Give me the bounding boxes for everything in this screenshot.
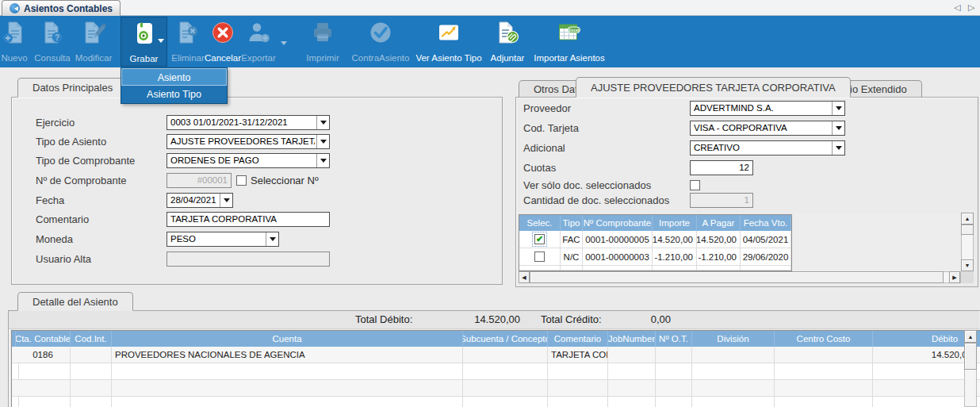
docs-cell-fecha-vto[interactable]: 04/05/2021 <box>741 231 791 248</box>
docs-header-tipo[interactable]: Tipo <box>561 215 583 231</box>
detalle-cell-subcuenta[interactable] <box>463 347 548 363</box>
totals-bar: Total Débito: 14.520,00 Total Crédito: 0… <box>9 311 979 329</box>
toolbar-button-label: Adjuntar <box>491 53 525 63</box>
cod-tarjeta-combobox[interactable]: VISA - CORPORATIVA <box>690 121 845 136</box>
row-checkbox-checked[interactable]: ✔ <box>534 234 545 244</box>
detalle-vscrollbar-thumb[interactable] <box>964 343 977 370</box>
detalle-header-cod-int[interactable]: Cod.Int. <box>71 331 112 347</box>
docs-header-fecha-vto[interactable]: Fecha Vto. <box>741 215 791 231</box>
tab-label: Datos Principales <box>33 82 113 94</box>
docs-cell-tipo[interactable]: N/C <box>561 248 583 266</box>
detalle-scroll-up-button[interactable]: ▲ <box>964 330 977 343</box>
detalle-cell-jobnumber[interactable] <box>608 347 656 363</box>
tab-asientos-contables[interactable]: Asientos Contables <box>2 0 121 16</box>
detalle-cell-cuenta[interactable]: PROVEEDORES NACIONALES DE AGENCIA <box>112 347 463 363</box>
chevron-down-icon[interactable] <box>220 194 232 207</box>
chevron-down-icon[interactable] <box>316 154 329 167</box>
field-label-usuario-alta: Usuario Alta <box>36 253 91 265</box>
nro-comprobante-input[interactable]: #00001 <box>167 173 232 188</box>
toolbar-button-cancelar[interactable]: Cancelar <box>205 18 241 65</box>
detalle-cell-division[interactable] <box>692 347 775 363</box>
toolbar-button-ver-asiento-tipo[interactable]: Ver Asiento Tipo <box>413 18 484 65</box>
toolbar-button-modificar[interactable]: Modificar <box>73 18 114 65</box>
toolbar-button-exportar[interactable]: Exportar <box>239 18 278 65</box>
chevron-down-icon[interactable] <box>281 41 287 48</box>
tab-label: Detalle del Asiento <box>33 296 118 308</box>
docs-cell-fecha-vto[interactable]: 29/06/2020 <box>741 248 791 266</box>
docs-header-selec[interactable]: Selec. <box>519 215 561 231</box>
tab-scroll-next-icon[interactable]: ▷ <box>968 2 974 13</box>
detalle-header-centro-costo[interactable]: Centro Costo <box>775 331 873 347</box>
detalle-cell-cod-int[interactable] <box>71 347 112 363</box>
cantidad-doc-input[interactable]: 1 <box>690 193 753 208</box>
docs-cell-a-pagar[interactable]: 14.520,00 <box>697 231 741 248</box>
menu-item-asiento-tipo[interactable]: Asiento Tipo <box>121 86 227 103</box>
adicional-combobox[interactable]: CREATIVO <box>690 140 845 156</box>
detalle-cell-ot[interactable] <box>656 347 692 363</box>
proveedor-combobox[interactable]: ADVERTMIND S.A. <box>690 101 845 116</box>
toolbar-button-contraasiento[interactable]: ContraAsiento <box>346 18 415 65</box>
docs-cell-importe[interactable]: -1.210,00 <box>653 248 697 266</box>
usuario-alta-input[interactable] <box>167 251 330 267</box>
detalle-cell-comentario[interactable]: TARJETA CORPORATIVA <box>548 347 608 363</box>
docs-header-comprobante[interactable]: Nº Comprobante <box>583 215 653 231</box>
fecha-datepicker[interactable]: 28/04/2021 <box>167 193 233 208</box>
toolbar-button-grabar[interactable]: Grabar <box>121 17 167 67</box>
moneda-combobox[interactable]: PESO <box>167 232 279 247</box>
tab-detalle-del-asiento[interactable]: Detalle del Asiento <box>17 292 133 311</box>
docs-cell-comprobante[interactable]: 0001-00000005 <box>583 231 653 248</box>
tab-ajuste-proveedores[interactable]: AJUSTE PROVEEDORES TARJETA CORPORATIVA <box>576 77 851 98</box>
chevron-down-icon[interactable] <box>316 135 329 148</box>
tipo-comprobante-combobox[interactable]: ORDENES DE PAGO <box>167 153 330 168</box>
toolbar-button-nuevo[interactable]: Nuevo <box>0 18 35 65</box>
docs-scroll-up-button[interactable]: ▲ <box>961 213 974 225</box>
document-question-icon: ? <box>40 21 64 44</box>
menu-item-asiento[interactable]: Asiento <box>121 68 227 86</box>
chevron-down-icon[interactable] <box>832 121 844 135</box>
docs-cell-comprobante[interactable]: 0001-00000003 <box>583 248 653 266</box>
docs-header-importe[interactable]: Importe <box>653 215 697 231</box>
tab-scroll-prev-icon[interactable]: ◁ <box>954 2 960 13</box>
seleccionar-nro-checkbox[interactable] <box>236 175 247 186</box>
field-label-cantidad-doc: Cantidad de doc. seleccionados <box>523 194 669 206</box>
detalle-cell-cta[interactable]: 0186 <box>16 347 71 363</box>
toolbar-button-adjuntar[interactable]: Adjuntar <box>486 18 529 65</box>
chevron-down-icon[interactable] <box>158 39 164 46</box>
chevron-down-icon[interactable] <box>266 232 278 246</box>
chevron-down-icon[interactable] <box>316 116 329 129</box>
detalle-header-cuenta[interactable]: Cuenta <box>112 331 463 347</box>
ver-solo-doc-checkbox[interactable] <box>690 180 700 190</box>
toolbar-button-imprimir[interactable]: Imprimir <box>303 18 343 65</box>
toolbar-button-importar-asientos[interactable]: Excel Importar Asientos <box>530 18 608 65</box>
comentario-input[interactable]: TARJETA CORPORATIVA <box>167 212 330 227</box>
detalle-header-subcuenta[interactable]: Subcuenta / Concepto <box>463 331 548 347</box>
docs-scroll-down-button[interactable]: ▼ <box>961 259 974 271</box>
svg-text:Excel: Excel <box>568 28 580 33</box>
detalle-header-ot[interactable]: Nº O.T. <box>656 331 692 347</box>
docs-cell-tipo[interactable]: FAC <box>561 231 583 248</box>
chevron-down-icon[interactable] <box>832 141 844 155</box>
cuotas-input[interactable]: 12 <box>690 160 753 175</box>
toolbar-button-eliminar[interactable]: Eliminar <box>168 18 208 65</box>
chevron-down-icon[interactable] <box>832 102 844 115</box>
docs-cell-importe[interactable]: 14.520,00 <box>653 231 697 248</box>
docs-scroll-right-button[interactable]: ▶ <box>949 271 960 283</box>
docs-hscrollbar-thumb[interactable] <box>530 271 944 283</box>
docs-scroll-left-button[interactable]: ◀ <box>519 271 530 283</box>
docs-vscrollbar-thumb[interactable] <box>961 225 974 235</box>
ejercicio-combobox[interactable]: 0003 01/01/2021-31/12/2021 <box>167 115 330 130</box>
docs-header-a-pagar[interactable]: A Pagar <box>697 215 741 231</box>
row-checkbox-unchecked[interactable] <box>534 251 545 262</box>
detalle-header-jobnumber[interactable]: JobNumber <box>608 331 656 347</box>
detalle-header-comentario[interactable]: Comentario <box>548 331 608 347</box>
docs-cell-a-pagar[interactable]: -1.210,00 <box>697 248 741 266</box>
detalle-header-cta-contable[interactable]: Cta. Contable <box>16 331 71 347</box>
toolbar-button-label: Exportar <box>241 53 275 63</box>
tab-datos-principales[interactable]: Datos Principales <box>17 78 128 98</box>
docs-row-checkbox-cell <box>519 248 561 266</box>
detalle-cell-centro-costo[interactable] <box>775 347 873 363</box>
detalle-header-division[interactable]: División <box>692 331 775 347</box>
tipo-asiento-combobox[interactable]: AJUSTE PROVEEDORES TARJETA CORPORATIVA <box>167 134 330 149</box>
field-label-comentario: Comentario <box>36 213 89 225</box>
toolbar-button-consulta[interactable]: ? Consulta <box>32 18 73 65</box>
